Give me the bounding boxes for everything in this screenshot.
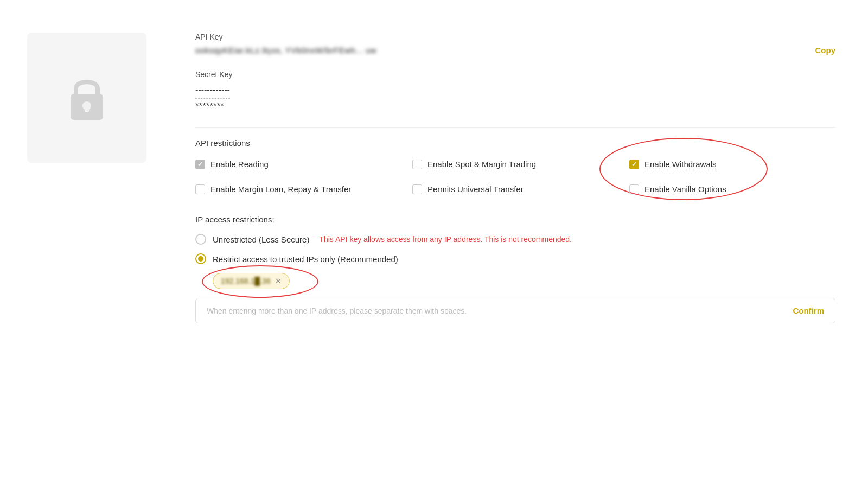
checkbox-enable-spot-box[interactable] (412, 160, 422, 169)
trusted-ip-row: 192.168.1█.36 ✕ (213, 273, 835, 289)
checkbox-enable-vanilla-label: Enable Vanilla Options (644, 183, 726, 195)
checkbox-enable-margin-loan-box[interactable] (195, 184, 205, 194)
unrestricted-label: Unrestricted (Less Secure) (213, 235, 309, 244)
ip-restrictions-title: IP access restrictions: (195, 215, 835, 224)
lock-icon (65, 73, 108, 122)
checkbox-permits-universal: Permits Universal Transfer (412, 183, 618, 195)
ip-input-row: When entering more than one IP address, … (195, 298, 835, 323)
ip-chip-remove[interactable]: ✕ (275, 277, 282, 285)
ip-chip: 192.168.1█.36 ✕ (213, 273, 290, 289)
checkbox-enable-reading-box[interactable]: ✓ (195, 160, 205, 169)
api-key-label: API Key (195, 33, 835, 41)
restricted-radio-row: Restrict access to trusted IPs only (Rec… (195, 253, 835, 264)
radio-dot (198, 256, 203, 262)
ip-section: IP access restrictions: Unrestricted (Le… (195, 215, 835, 323)
secret-key-section: Secret Key ------------ ******** (195, 70, 835, 112)
divider (195, 127, 835, 128)
ip-input-placeholder: When entering more than one IP address, … (207, 307, 793, 315)
ip-chip-wrapper: 192.168.1█.36 ✕ (213, 273, 290, 289)
restricted-radio[interactable] (195, 253, 206, 264)
secret-key-label: Secret Key (195, 70, 835, 79)
checkbox-enable-reading: ✓ Enable Reading (195, 158, 401, 170)
restricted-label: Restrict access to trusted IPs only (Rec… (213, 254, 398, 264)
checkbox-permits-universal-label: Permits Universal Transfer (427, 183, 524, 195)
unrestricted-warning: This API key allows access from any IP a… (319, 235, 572, 244)
checkbox-enable-spot-label: Enable Spot & Margin Trading (427, 158, 536, 170)
checkmark-withdrawals: ✓ (631, 161, 637, 168)
api-key-value: ooksqyKEiar.kLz.9ços, YVb0nxW/brFEwh... … (195, 46, 805, 55)
checkbox-enable-withdrawals-box[interactable]: ✓ (629, 160, 639, 169)
secret-key-value: ******** (195, 101, 835, 112)
svg-rect-2 (85, 106, 89, 112)
unrestricted-radio-row: Unrestricted (Less Secure) This API key … (195, 234, 835, 245)
confirm-button[interactable]: Confirm (793, 306, 825, 315)
checkmark-reading: ✓ (197, 161, 203, 168)
checkbox-enable-margin-loan: Enable Margin Loan, Repay & Transfer (195, 183, 401, 195)
unrestricted-radio[interactable] (195, 234, 206, 245)
copy-button[interactable]: Copy (815, 46, 836, 55)
checkbox-enable-reading-label: Enable Reading (210, 158, 269, 170)
checkbox-enable-margin-loan-label: Enable Margin Loan, Repay & Transfer (210, 183, 351, 195)
api-restrictions-grid: ✓ Enable Reading Enable Spot & Margin Tr… (195, 158, 835, 195)
checkbox-enable-withdrawals: ✓ Enable Withdrawals (629, 158, 835, 170)
api-key-row: ooksqyKEiar.kLz.9ços, YVb0nxW/brFEwh... … (195, 46, 835, 55)
checkbox-enable-spot: Enable Spot & Margin Trading (412, 158, 618, 170)
checkbox-enable-withdrawals-label: Enable Withdrawals (644, 158, 717, 170)
left-panel (0, 0, 174, 497)
right-panel: API Key ooksqyKEiar.kLz.9ços, YVb0nxW/br… (174, 0, 868, 497)
ip-chip-value: 192.168.1█.36 (221, 277, 271, 285)
lock-card (27, 33, 146, 163)
checkbox-enable-vanilla-box[interactable] (629, 184, 639, 194)
secret-key-dots: ------------ (195, 85, 230, 99)
api-restrictions-title: API restrictions (195, 138, 835, 148)
checkbox-permits-universal-box[interactable] (412, 184, 422, 194)
checkbox-enable-vanilla: Enable Vanilla Options (629, 183, 835, 195)
page-layout: API Key ooksqyKEiar.kLz.9ços, YVb0nxW/br… (0, 0, 868, 497)
